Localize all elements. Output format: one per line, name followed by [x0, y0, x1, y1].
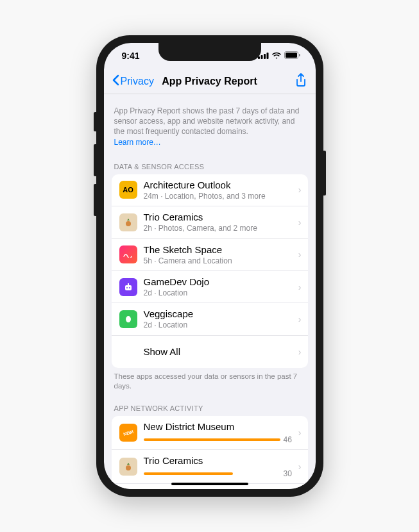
svg-rect-12: [128, 283, 129, 285]
svg-point-10: [126, 287, 128, 288]
page-title: App Privacy Report: [162, 76, 257, 87]
svg-rect-2: [264, 54, 266, 59]
section-footer-data-sensor: These apps accessed your data or sensors…: [104, 368, 316, 394]
app-detail: 5h · Camera and Location: [144, 256, 292, 265]
back-label: Privacy: [121, 76, 154, 87]
nav-bar: Privacy App Privacy Report: [104, 69, 316, 94]
home-indicator[interactable]: [171, 483, 248, 485]
app-icon: AO: [119, 181, 137, 199]
svg-point-8: [126, 221, 131, 226]
app-icon: [119, 310, 137, 328]
svg-rect-9: [125, 285, 132, 290]
show-all-label: Show All: [144, 346, 292, 358]
chevron-right-icon: ›: [298, 282, 302, 292]
activity-value: 30: [283, 469, 291, 478]
app-name: Trio Ceramics: [144, 212, 292, 223]
app-icon: [119, 278, 137, 296]
phone-frame: 9:41 Privacy App Privacy: [96, 35, 323, 497]
app-detail: 2d · Location: [144, 320, 292, 329]
app-row-veggiscape[interactable]: Veggiscape 2d · Location ›: [112, 303, 308, 335]
data-sensor-card: AO Architecture Outlook 24m · Location, …: [112, 174, 308, 368]
app-row-sketch-space[interactable]: The Sketch Space 5h · Camera and Locatio…: [112, 239, 308, 271]
app-icon: [119, 245, 137, 263]
svg-rect-5: [286, 53, 297, 58]
svg-rect-1: [261, 55, 262, 59]
app-name: Architecture Outlook: [144, 179, 292, 191]
app-name: New District Museum: [144, 421, 292, 433]
share-button[interactable]: [295, 73, 307, 90]
app-name: Veggiscape: [144, 308, 292, 320]
app-detail: 2h · Photos, Camera, and 2 more: [144, 224, 292, 233]
section-header-network: APP NETWORK ACTIVITY: [104, 394, 316, 416]
section-header-data-sensor: DATA & SENSOR ACCESS: [104, 153, 316, 174]
activity-bar: [144, 472, 281, 475]
back-button[interactable]: Privacy: [112, 74, 154, 88]
network-row-new-district-museum[interactable]: NDM New District Museum 46 ›: [112, 416, 308, 450]
chevron-right-icon: ›: [298, 314, 302, 324]
app-row-architecture-outlook[interactable]: AO Architecture Outlook 24m · Location, …: [112, 174, 308, 206]
chevron-right-icon: ›: [298, 347, 302, 357]
svg-rect-3: [266, 53, 268, 59]
svg-text:NDM: NDM: [123, 429, 133, 436]
show-all-button[interactable]: Show All ›: [112, 336, 308, 368]
app-detail: 2d · Location: [144, 288, 292, 297]
svg-rect-6: [299, 54, 300, 56]
app-row-gamedev-dojo[interactable]: GameDev Dojo 2d · Location ›: [112, 271, 308, 303]
app-row-trio-ceramics[interactable]: Trio Ceramics 2h · Photos, Camera, and 2…: [112, 206, 308, 238]
app-name: Trio Ceramics: [144, 455, 292, 467]
status-time: 9:41: [122, 51, 140, 61]
app-icon: [119, 458, 137, 476]
notch: [158, 43, 261, 61]
app-name: The Sketch Space: [144, 244, 292, 256]
chevron-right-icon: ›: [298, 217, 302, 228]
chevron-right-icon: ›: [298, 249, 302, 260]
app-icon: [119, 213, 137, 231]
app-name: GameDev Dojo: [144, 276, 292, 288]
wifi-icon: [271, 51, 282, 61]
screen: 9:41 Privacy App Privacy: [104, 43, 316, 489]
svg-point-15: [126, 465, 131, 470]
app-icon: NDM: [119, 424, 137, 442]
learn-more-link[interactable]: Learn more…: [114, 138, 161, 147]
intro-text: App Privacy Report shows the past 7 days…: [104, 94, 316, 153]
chevron-right-icon: ›: [298, 428, 302, 438]
chevron-right-icon: ›: [298, 185, 302, 195]
network-card: NDM New District Museum 46 ›: [112, 416, 308, 489]
network-row-trio-ceramics[interactable]: Trio Ceramics 30 ›: [112, 450, 308, 484]
chevron-right-icon: ›: [298, 461, 302, 472]
activity-bar: [144, 438, 281, 441]
content-scroll[interactable]: App Privacy Report shows the past 7 days…: [104, 94, 316, 489]
battery-icon: [284, 51, 300, 61]
chevron-left-icon: [112, 74, 119, 88]
app-detail: 24m · Location, Photos, and 3 more: [144, 192, 292, 201]
activity-value: 46: [283, 435, 291, 444]
svg-point-11: [129, 287, 130, 288]
